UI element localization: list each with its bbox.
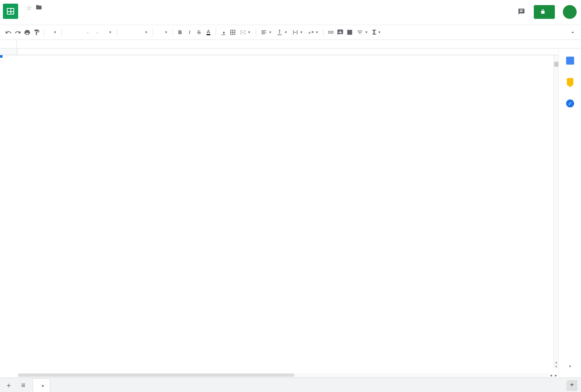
account-avatar[interactable] bbox=[563, 5, 577, 19]
redo-button[interactable] bbox=[13, 27, 23, 37]
menu-insert[interactable] bbox=[44, 19, 49, 20]
column-headers bbox=[0, 49, 558, 55]
hide-sidepanel-button[interactable] bbox=[567, 363, 573, 371]
merge-cells-dropdown[interactable]: ▼ bbox=[237, 29, 253, 36]
toolbar-separator bbox=[61, 28, 62, 36]
horizontal-align-dropdown[interactable]: ▼ bbox=[259, 29, 274, 36]
side-panel: ✓ bbox=[558, 49, 581, 377]
sheet-area: ▲ ▼ ◀ ▶ bbox=[0, 49, 558, 377]
menu-format[interactable] bbox=[52, 19, 57, 20]
share-button[interactable] bbox=[534, 5, 555, 19]
formula-bar bbox=[0, 40, 581, 49]
scroll-down-arrow-icon[interactable]: ▼ bbox=[554, 364, 558, 369]
font-size-dropdown[interactable]: ▼ bbox=[155, 30, 170, 34]
borders-button[interactable] bbox=[228, 27, 237, 37]
move-folder-icon[interactable] bbox=[36, 4, 42, 12]
toolbar-separator bbox=[172, 28, 173, 36]
add-sheet-button[interactable]: ＋ bbox=[4, 380, 14, 391]
main-area: ▲ ▼ ◀ ▶ ✓ bbox=[0, 49, 581, 377]
keep-addon-icon[interactable] bbox=[566, 78, 574, 86]
toolbar-separator bbox=[323, 28, 324, 36]
collapse-toolbar-button[interactable] bbox=[568, 27, 577, 37]
lock-icon bbox=[540, 9, 545, 15]
caret-down-icon: ▼ bbox=[109, 30, 112, 34]
calendar-addon-icon[interactable] bbox=[566, 57, 574, 65]
caret-down-icon: ▼ bbox=[145, 30, 148, 34]
percent-button[interactable] bbox=[74, 27, 83, 37]
undo-button[interactable] bbox=[4, 27, 13, 37]
currency-button[interactable] bbox=[64, 27, 74, 37]
toolbar-wrap: ▼ ← → ▼ ▼ ▼ B I S A ▼ ▼ ▼ ▼ ▼ ▼ Σ▼ bbox=[0, 25, 581, 40]
horizontal-scrollbar-row: ◀ ▶ bbox=[0, 373, 558, 377]
strikethrough-button[interactable]: S bbox=[194, 27, 204, 37]
insert-chart-button[interactable] bbox=[345, 27, 354, 37]
filter-dropdown[interactable]: ▼ bbox=[354, 29, 370, 36]
caret-down-icon: ▼ bbox=[300, 30, 303, 34]
caret-down-icon: ▼ bbox=[41, 384, 45, 388]
text-color-button[interactable]: A bbox=[204, 27, 213, 37]
formula-input[interactable] bbox=[17, 40, 581, 48]
sheets-app-icon[interactable] bbox=[3, 4, 18, 19]
sheet-tab-active[interactable]: ▼ bbox=[33, 379, 50, 392]
insert-link-button[interactable] bbox=[326, 27, 336, 37]
toolbar-separator bbox=[153, 28, 153, 36]
menu-data[interactable] bbox=[59, 19, 64, 20]
tasks-addon-icon[interactable]: ✓ bbox=[566, 99, 574, 107]
horizontal-scrollbar[interactable] bbox=[17, 373, 548, 377]
increase-decimal-button[interactable]: → bbox=[93, 27, 102, 37]
vertical-scroll-thumb[interactable] bbox=[554, 62, 558, 67]
text-wrap-dropdown[interactable]: ▼ bbox=[290, 29, 305, 36]
functions-dropdown[interactable]: Σ▼ bbox=[370, 29, 383, 36]
caret-down-icon: ▼ bbox=[269, 30, 272, 34]
italic-button[interactable]: I bbox=[185, 27, 194, 37]
scroll-left-arrow-icon[interactable]: ◀ bbox=[548, 374, 553, 377]
menu-file[interactable] bbox=[23, 19, 28, 20]
all-sheets-button[interactable]: ≡ bbox=[18, 380, 28, 391]
more-formats-dropdown[interactable]: ▼ bbox=[102, 30, 114, 34]
fill-color-button[interactable] bbox=[219, 27, 228, 37]
caret-down-icon: ▼ bbox=[164, 30, 168, 34]
vertical-scrollbar[interactable]: ▲ ▼ bbox=[553, 55, 558, 369]
decrease-decimal-button[interactable]: ← bbox=[83, 27, 93, 37]
title-row: ☆ bbox=[23, 3, 92, 13]
scroll-up-arrow-icon[interactable]: ▲ bbox=[554, 360, 558, 364]
explore-button[interactable] bbox=[566, 380, 577, 391]
text-rotation-dropdown[interactable]: ▼ bbox=[305, 29, 321, 36]
title-bar: ☆ bbox=[0, 0, 581, 25]
toolbar: ▼ ← → ▼ ▼ ▼ B I S A ▼ ▼ ▼ ▼ ▼ ▼ Σ▼ bbox=[0, 25, 581, 40]
star-icon[interactable]: ☆ bbox=[26, 4, 32, 12]
menu-edit[interactable] bbox=[30, 19, 35, 20]
caret-down-icon: ▼ bbox=[53, 30, 57, 34]
toolbar-separator bbox=[216, 28, 216, 36]
comments-icon[interactable] bbox=[518, 8, 526, 16]
fx-label[interactable] bbox=[0, 40, 17, 48]
font-family-dropdown[interactable]: ▼ bbox=[119, 30, 150, 34]
toolbar-separator bbox=[117, 28, 117, 36]
paint-format-button[interactable] bbox=[32, 27, 41, 37]
menu-bar bbox=[23, 15, 92, 24]
grid-rows: ▲ ▼ bbox=[0, 55, 558, 373]
menu-addons[interactable] bbox=[73, 19, 78, 20]
scroll-right-arrow-icon[interactable]: ▶ bbox=[553, 374, 558, 377]
caret-down-icon: ▼ bbox=[316, 30, 319, 34]
caret-down-icon: ▼ bbox=[248, 30, 251, 34]
menu-help[interactable] bbox=[81, 19, 86, 20]
horizontal-scroll-thumb[interactable] bbox=[18, 373, 294, 377]
active-cell-handle[interactable] bbox=[0, 55, 3, 58]
vertical-align-dropdown[interactable]: ▼ bbox=[274, 29, 290, 36]
title-bar-right bbox=[518, 3, 577, 19]
caret-down-icon: ▼ bbox=[365, 30, 368, 34]
title-column: ☆ bbox=[23, 3, 92, 24]
select-all-corner[interactable] bbox=[0, 49, 17, 55]
zoom-dropdown[interactable]: ▼ bbox=[47, 30, 59, 34]
menu-tools[interactable] bbox=[66, 19, 71, 20]
sheet-tab-bar: ＋ ≡ ▼ bbox=[0, 377, 581, 392]
caret-down-icon: ▼ bbox=[284, 30, 288, 34]
print-button[interactable] bbox=[23, 27, 32, 37]
toolbar-separator bbox=[44, 28, 44, 36]
menu-view[interactable] bbox=[37, 19, 42, 20]
toolbar-separator bbox=[256, 28, 256, 36]
insert-comment-button[interactable] bbox=[336, 27, 345, 37]
bold-button[interactable]: B bbox=[175, 27, 185, 37]
caret-down-icon: ▼ bbox=[378, 30, 381, 34]
